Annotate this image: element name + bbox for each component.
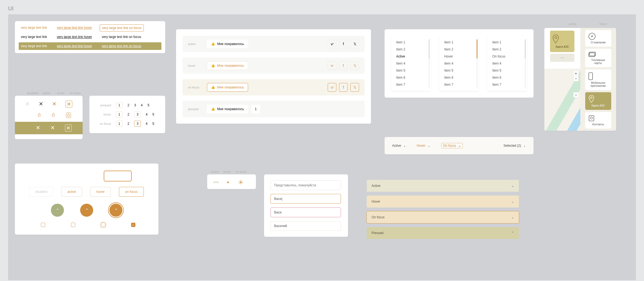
list-item-focus[interactable]: On focus (487, 53, 527, 60)
outline-button-active[interactable]: active (61, 187, 82, 197)
vk-icon-focus[interactable]: ⱱ (328, 83, 336, 92)
accordion-hover[interactable]: Hover⌄ (367, 196, 519, 207)
list-hover[interactable]: Item 1 Item 2 Hover Item 4 Item 5 Item 6… (439, 36, 479, 91)
outline-button-focus[interactable]: on focus (119, 187, 144, 197)
like-button-active[interactable]: 👍Мне понравилось (207, 40, 248, 48)
list-item[interactable]: Item 1 (439, 39, 479, 46)
list-item[interactable]: Item 1 (487, 39, 527, 46)
list-item[interactable]: Item 4 (487, 60, 527, 67)
list-item[interactable]: Item 2 (439, 46, 479, 53)
facebook-icon[interactable]: f (339, 40, 348, 48)
link-inv-focus[interactable]: very large text link on focus (100, 43, 143, 49)
link-hover[interactable]: very large text link hover (55, 24, 94, 31)
input-error[interactable] (271, 207, 341, 217)
checkbox-focus[interactable] (101, 223, 105, 227)
like-button-focus[interactable]: 👍Мне понравилось (207, 83, 248, 92)
input-filled[interactable] (271, 221, 341, 231)
input-typing[interactable] (271, 194, 341, 204)
list-active[interactable]: Item 1 Item 2 Active Item 4 Item 5 Item … (391, 36, 431, 91)
scrollbar[interactable] (429, 39, 430, 88)
list-item[interactable]: Item 6 (391, 74, 431, 81)
list-item[interactable]: Item 5 (439, 67, 479, 74)
fab-hover[interactable]: ⌃ (80, 204, 93, 217)
link-focus[interactable]: very large text link on focus (100, 24, 144, 31)
facebook-icon-focus[interactable]: f (339, 83, 348, 92)
page-5-f[interactable]: 5 (152, 122, 154, 126)
share-icon-focus[interactable]: ⎙ (66, 113, 71, 118)
carousel-indicator-focus[interactable] (240, 181, 242, 183)
vk-icon-hover[interactable]: ⱱ (328, 61, 336, 70)
list-item[interactable]: Item 7 (391, 81, 431, 88)
close-icon-inv-hover[interactable]: ✕ (50, 124, 55, 132)
page-2-f[interactable]: 2 (128, 122, 129, 126)
page-4-f[interactable]: 4 (146, 122, 148, 126)
input-empty[interactable] (271, 180, 341, 190)
share-icon-hover[interactable]: ⎙ (52, 113, 55, 118)
list-item[interactable]: Item 2 (487, 46, 527, 53)
nav-tile-about[interactable]: ₽ О компании (585, 30, 611, 47)
list-item[interactable]: Item 1 (391, 39, 431, 46)
list-item[interactable]: Item 4 (391, 60, 431, 67)
accordion-active[interactable]: Active⌄ (367, 180, 519, 192)
facebook-icon-hover[interactable]: f (339, 61, 348, 70)
map-zoom-out2[interactable]: − (573, 92, 579, 98)
dropdown-active[interactable]: Active⌄ (392, 143, 406, 148)
close-icon-hover[interactable]: ✕ (52, 101, 57, 108)
page-1-pressed[interactable]: 1 (116, 102, 123, 108)
list-item-hover[interactable]: Hover (439, 53, 479, 60)
scrollbar[interactable] (477, 39, 477, 88)
list-item[interactable]: Item 7 (487, 81, 527, 88)
nav-expand-button[interactable]: ⋯ (550, 54, 574, 62)
checkbox-hover[interactable] (71, 223, 75, 227)
green-button-active[interactable]: active (42, 171, 65, 181)
nav-tile-cards[interactable]: Топливные карты (585, 49, 611, 67)
link-dark-hover[interactable]: very large text link hover (55, 34, 94, 40)
page-4[interactable]: 4 (141, 103, 143, 107)
accordion-focus[interactable]: On focus⌄ (367, 211, 519, 223)
page-5[interactable]: 5 (148, 103, 149, 107)
fab-active[interactable]: ⌃ (51, 204, 64, 217)
close-icon-inv-active[interactable]: ✕ (36, 124, 40, 132)
like-button-hover[interactable]: 👍Мне понравилось (207, 61, 248, 70)
twitter-icon-focus[interactable]: 𝕏 (350, 83, 359, 92)
list-item[interactable]: Item 6 (487, 74, 527, 81)
carousel-indicator-active[interactable] (213, 181, 219, 183)
link-dark-base[interactable]: very large text link (19, 34, 49, 40)
page-5-h[interactable]: 5 (152, 113, 154, 116)
checkbox-checked[interactable]: ✓ (131, 223, 135, 227)
link-base[interactable]: very large text link (19, 24, 49, 31)
scrollbar[interactable] (525, 39, 526, 88)
dropdown-selected[interactable]: Selected (2)⌄ (503, 143, 526, 148)
page-3-f[interactable]: 3 (134, 121, 141, 127)
nav-tile-mobile[interactable]: Мобильное приложение (585, 69, 611, 90)
vk-icon[interactable]: ⱱ (328, 40, 336, 48)
list-item-active[interactable]: Active (391, 53, 431, 60)
page-1-h[interactable]: 1 (116, 111, 123, 117)
page-3[interactable]: 3 (134, 103, 136, 107)
page-2-h[interactable]: 2 (128, 113, 129, 116)
page-1-f[interactable]: 1 (116, 121, 123, 127)
list-focus[interactable]: Item 1 Item 2 On focus Item 4 Item 5 Ite… (487, 36, 527, 91)
nav-tile-contacts[interactable]: Контакты (585, 112, 611, 129)
nav-tile-map-active[interactable]: Карта АЗС (550, 31, 574, 52)
map-zoom-out[interactable]: − (573, 76, 579, 81)
checkbox-unchecked[interactable] (41, 223, 45, 227)
link-inv-base[interactable]: very large text link (19, 43, 49, 49)
like-button-pressed[interactable]: 👍Мне понравилось (207, 105, 248, 113)
close-icon-active[interactable]: ✕ (39, 101, 43, 108)
link-inv-hover[interactable]: very large text link hover (55, 43, 94, 49)
list-item[interactable]: Item 2 (391, 46, 431, 53)
close-icon-inv-focus[interactable]: ✕ (65, 124, 72, 132)
list-item[interactable]: Item 4 (439, 60, 479, 67)
page-2[interactable]: 2 (128, 103, 129, 107)
nav-tile-map-hover[interactable]: Карта АЗС (585, 92, 611, 110)
link-dark-focus[interactable]: very large text link on focus (100, 34, 143, 40)
accordion-pressed[interactable]: Pressed⌃ (367, 227, 519, 239)
twitter-icon[interactable]: 𝕏 (350, 40, 359, 48)
share-icon-active[interactable]: ⎙ (38, 113, 41, 118)
page-3-h[interactable]: 3 (134, 111, 141, 117)
page-4-h[interactable]: 4 (146, 113, 148, 116)
list-item[interactable]: Item 6 (439, 74, 479, 81)
close-icon-focus[interactable]: ✕ (66, 101, 72, 108)
fab-focus[interactable]: ⌃ (109, 204, 122, 217)
